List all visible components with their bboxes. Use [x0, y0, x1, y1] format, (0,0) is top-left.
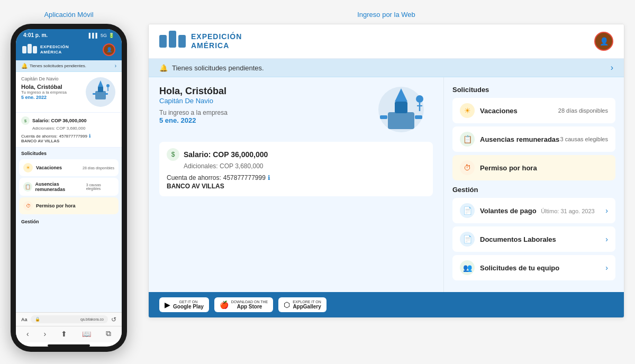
home-indicator	[48, 344, 90, 347]
forward-button[interactable]: ›	[44, 330, 47, 338]
permiso-card-phone[interactable]: ⏱ Permiso por hora	[19, 197, 119, 214]
bank-name-phone: BANCO AV VILLAS	[21, 139, 116, 143]
web-gestion-title: Gestión	[452, 186, 615, 194]
back-button[interactable]: ‹	[26, 330, 29, 338]
tabs-button[interactable]: ⧉	[106, 329, 111, 338]
svg-rect-4	[95, 91, 106, 99]
permiso-icon-phone: ⏱	[23, 201, 33, 211]
status-bar: 4:01 p. m. ▌▌▌ 5G 🔋	[16, 29, 122, 40]
web-documentos-arrow: ›	[605, 235, 608, 243]
web-logo-text: EXPEDICIÓN AMÉRICA	[191, 32, 242, 50]
salary-row: $ Salario: COP 36,000,000	[21, 116, 116, 125]
web-volantes-card[interactable]: 📄 Volantes de pago Último: 31 ago. 2023 …	[452, 198, 615, 223]
ausencias-card-phone[interactable]: 📋 Ausencias remuneradas 3 causas elegibl…	[19, 178, 119, 196]
join-date-phone: 5 ene. 2022	[21, 95, 67, 100]
web-account-num: Cuenta de ahorros: 457877777999 ℹ	[167, 174, 425, 181]
vacaciones-title-phone: Vacaciones	[36, 165, 62, 170]
share-button[interactable]: ⬆	[61, 330, 67, 338]
phone-content[interactable]: 🔔 Tienes solicitudes pendientes. › Capit…	[16, 60, 122, 312]
rank-phone: Capitán De Navio	[21, 76, 67, 81]
svg-rect-15	[388, 112, 414, 129]
vacaciones-icon-phone: ☀	[23, 163, 33, 172]
svg-rect-13	[178, 35, 186, 48]
solicitudes-header-phone: Solicitudes	[16, 148, 122, 158]
bookmarks-button[interactable]: 📖	[82, 330, 91, 338]
svg-rect-2	[33, 46, 37, 53]
web-rank: Capitán De Navio	[159, 97, 228, 105]
vacaciones-card-phone[interactable]: ☀ Vacaciones 28 días disponibles	[19, 159, 119, 176]
notif-bar-phone[interactable]: 🔔 Tienes solicitudes pendientes. ›	[16, 60, 122, 72]
phone-logo-area: EXPEDICIÓN AMÉRICA	[22, 44, 69, 56]
web-ausencias-card[interactable]: 📋 Ausencias remuneradas 3 causas elegibl…	[452, 126, 615, 152]
svg-rect-19	[415, 115, 422, 119]
google-play-button[interactable]: ▶ GET IT ON Google Play	[159, 297, 209, 312]
svg-rect-11	[159, 35, 167, 48]
web-documentos-card[interactable]: 📄 Documentos Laborales ›	[452, 226, 615, 252]
svg-rect-5	[98, 87, 103, 92]
web-logo-icon	[159, 31, 186, 52]
hero-illustration-phone	[85, 76, 116, 108]
web-salary-sub: Adicionales: COP 3,680,000	[184, 162, 425, 170]
web-equipo-card[interactable]: 👥 Solicitudes de tu equipo ›	[452, 255, 615, 280]
bell-icon: 🔔	[21, 63, 28, 69]
web-join-date: 5 ene. 2022	[159, 116, 228, 124]
network-icon: 5G	[101, 33, 107, 38]
mobile-label: Aplicación Móvil	[44, 11, 93, 19]
svg-point-20	[416, 95, 423, 103]
salary-main-phone: Salario: COP 36,000,000	[32, 118, 86, 123]
phone-header: EXPEDICIÓN AMÉRICA 👤	[16, 40, 122, 60]
phone-logo-text: EXPEDICIÓN AMÉRICA	[40, 44, 69, 54]
web-notif-bar[interactable]: 🔔 Tienes solicitudes pendientes. ›	[149, 59, 624, 77]
web-bell-icon: 🔔	[159, 64, 168, 72]
web-vacaciones-card[interactable]: ☀ Vacaciones 28 días disponibles	[452, 98, 615, 123]
web-vacaciones-title: Vacaciones	[480, 107, 518, 115]
app-gallery-button[interactable]: ⬡ EXPLORE IT ON AppGallery	[278, 297, 326, 312]
web-equipo-title: Solicitudes de tu equipo	[480, 264, 559, 272]
avatar-phone[interactable]: 👤	[103, 43, 115, 56]
info-icon-phone: ℹ	[89, 133, 90, 139]
account-info-phone: Cuenta de ahorros: 457877777999 ℹ BANCO …	[21, 133, 116, 143]
permiso-title-phone: Permiso por hora	[36, 203, 76, 208]
svg-rect-16	[395, 102, 407, 113]
svg-rect-1	[28, 44, 32, 53]
salary-icon-phone: $	[21, 116, 30, 125]
google-play-name: Google Play	[173, 304, 204, 310]
web-solicitudes-title: Solicitudes	[452, 86, 615, 94]
svg-rect-8	[105, 93, 108, 95]
web-hero: Hola, Cristóbal Capitán De Navio Tu ingr…	[159, 86, 433, 133]
web-volantes-title: Volantes de pago	[480, 207, 537, 215]
web-volantes-icon: 📄	[460, 203, 475, 218]
hero-text-phone: Capitán De Navio Hola, Cristóbal Tu ingr…	[21, 76, 67, 100]
web-footer: ▶ GET IT ON Google Play 🍎 Download on th…	[149, 292, 624, 317]
app-store-icon: 🍎	[220, 301, 229, 309]
web-join-label: Tu ingreso a la empresa	[159, 109, 228, 116]
web-header: EXPEDICIÓN AMÉRICA 👤	[149, 24, 624, 59]
salary-sub-phone: Adicionales: COP 3,680,000	[32, 126, 116, 131]
web-account: Cuenta de ahorros: 457877777999 ℹ BANCO …	[167, 174, 425, 190]
web-volantes-arrow: ›	[605, 206, 608, 215]
web-ausencias-badge: 3 causas elegibles	[560, 136, 608, 142]
google-play-icon: ▶	[165, 301, 170, 309]
salary-card-phone: $ Salario: COP 36,000,000 Adicionales: C…	[16, 113, 122, 148]
browser-aa: Aa	[21, 317, 28, 322]
notif-chevron: ›	[115, 63, 116, 69]
web-label: Ingreso por la Web	[357, 11, 415, 19]
avatar-web[interactable]: 👤	[594, 32, 613, 51]
web-container: EXPEDICIÓN AMÉRICA 👤 🔔 Tienes solicitude…	[148, 24, 624, 318]
web-notif-chevron: ›	[611, 63, 613, 72]
browser-input-phone[interactable]: 🔒 qa.bitakora.co	[31, 315, 108, 323]
logo-icon	[22, 44, 37, 56]
browser-refresh-phone[interactable]: ↺	[111, 316, 116, 323]
google-play-get-it: GET IT ON	[173, 300, 204, 304]
ausencias-badge-phone: 3 causas elegibles	[86, 183, 114, 190]
greeting-phone: Hola, Cristóbal	[21, 84, 67, 90]
web-salary-main: Salario: COP 36,000,000	[184, 150, 268, 159]
signal-icon: ▌▌▌	[89, 33, 99, 38]
web-greeting: Hola, Cristóbal	[159, 86, 228, 97]
web-permiso-card[interactable]: ⏱ Permiso por hora	[452, 155, 615, 180]
browser-lock: 🔒	[35, 317, 40, 322]
app-gallery-name: AppGallery	[293, 304, 321, 310]
app-store-button[interactable]: 🍎 Download on the App Store	[214, 297, 274, 312]
svg-point-9	[106, 84, 110, 87]
browser-url-phone: qa.bitakora.co	[80, 317, 104, 321]
